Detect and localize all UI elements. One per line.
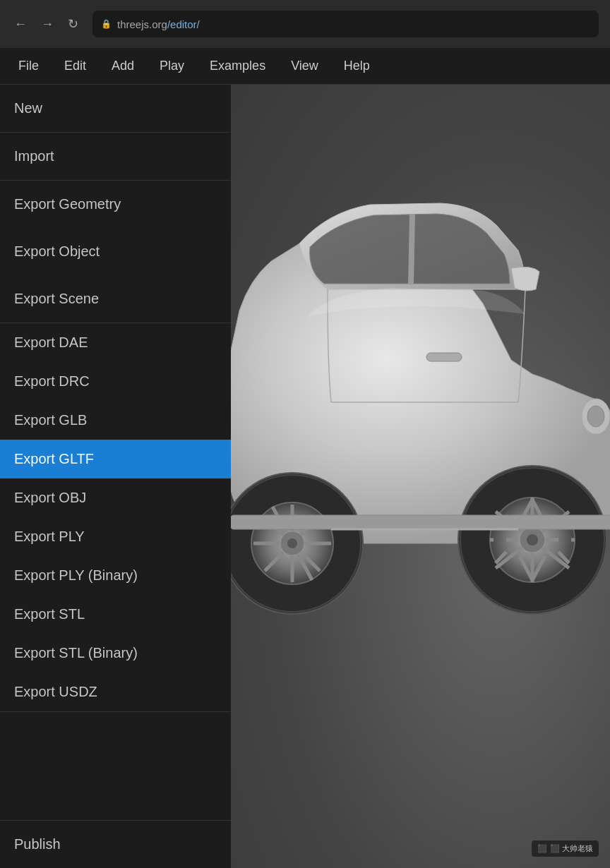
- watermark-icon: ⬛: [537, 844, 547, 853]
- menu-export-ply-binary[interactable]: Export PLY (Binary): [0, 556, 231, 595]
- menu-item-add[interactable]: Add: [99, 53, 147, 79]
- menu-item-view[interactable]: View: [278, 53, 331, 79]
- menu-export-drc[interactable]: Export DRC: [0, 362, 231, 401]
- menu-export-scene[interactable]: Export Scene: [0, 275, 231, 323]
- svg-rect-35: [231, 515, 610, 529]
- menu-export-object[interactable]: Export Object: [0, 228, 231, 275]
- svg-rect-1: [426, 353, 462, 361]
- url-text: threejs.org/editor/: [117, 18, 200, 30]
- menu-item-file[interactable]: File: [6, 53, 52, 79]
- viewport: ⬛ ⬛ 大帅老猿: [231, 85, 610, 868]
- dropdown-panel: New Import Export Geometry Export Object…: [0, 85, 231, 868]
- svg-line-0: [411, 214, 412, 284]
- menu-export-stl[interactable]: Export STL: [0, 595, 231, 634]
- url-path: /editor/: [167, 18, 200, 30]
- menu-item-play[interactable]: Play: [147, 53, 197, 79]
- menu-publish[interactable]: Publish: [0, 821, 231, 868]
- menu-export-dae[interactable]: Export DAE: [0, 323, 231, 362]
- menu-export-glb[interactable]: Export GLB: [0, 401, 231, 440]
- menu-item-help[interactable]: Help: [331, 53, 383, 79]
- main-content: New Import Export Geometry Export Object…: [0, 85, 610, 868]
- forward-button[interactable]: →: [38, 14, 56, 35]
- menu-item-edit[interactable]: Edit: [52, 53, 99, 79]
- nav-buttons: ← → ↻: [11, 13, 81, 35]
- section-export-formats: Export DAE Export DRC Export GLB Export …: [0, 323, 231, 712]
- svg-point-22: [527, 534, 538, 545]
- section-import: Import: [0, 133, 231, 181]
- menu-export-gltf[interactable]: Export GLTF: [0, 440, 231, 478]
- menu-export-stl-binary[interactable]: Export STL (Binary): [0, 634, 231, 673]
- menu-export-obj[interactable]: Export OBJ: [0, 478, 231, 517]
- menu-export-ply[interactable]: Export PLY: [0, 517, 231, 556]
- address-bar[interactable]: 🔒 threejs.org/editor/: [92, 11, 599, 37]
- car-model: [231, 120, 610, 699]
- menu-bar: File Edit Add Play Examples View Help: [0, 48, 610, 85]
- menu-export-usdz[interactable]: Export USDZ: [0, 673, 231, 711]
- menu-item-examples[interactable]: Examples: [197, 53, 278, 79]
- back-button[interactable]: ←: [11, 14, 30, 35]
- reload-button[interactable]: ↻: [65, 13, 81, 35]
- section-export-basic: Export Geometry Export Object Export Sce…: [0, 181, 231, 323]
- section-publish: Publish: [0, 820, 231, 868]
- menu-new[interactable]: New: [0, 85, 231, 132]
- menu-export-geometry[interactable]: Export Geometry: [0, 181, 231, 228]
- watermark: ⬛ ⬛ 大帅老猿: [532, 840, 599, 857]
- svg-point-34: [587, 406, 604, 427]
- section-new: New: [0, 85, 231, 133]
- lock-icon: 🔒: [101, 19, 112, 29]
- menu-import[interactable]: Import: [0, 133, 231, 180]
- viewport-background: ⬛ ⬛ 大帅老猿: [231, 85, 610, 868]
- browser-chrome: ← → ↻ 🔒 threejs.org/editor/: [0, 0, 610, 48]
- svg-point-32: [287, 538, 297, 548]
- watermark-text: ⬛ 大帅老猿: [550, 843, 593, 854]
- url-domain: threejs.org: [117, 18, 167, 30]
